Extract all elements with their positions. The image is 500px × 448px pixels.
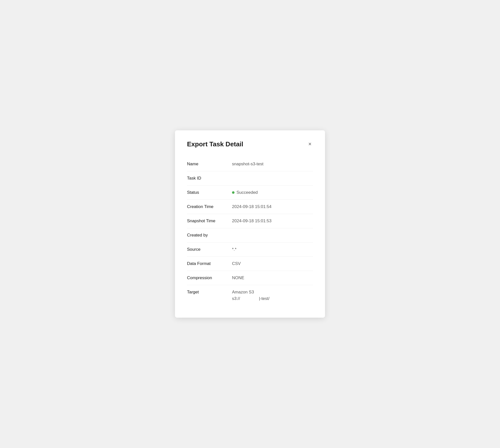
creation-time-value: 2024-09-18 15:01:54 [232, 204, 313, 209]
compression-row: Compression NONE [187, 271, 313, 285]
snapshot-time-value: 2024-09-18 15:01:53 [232, 219, 313, 224]
created-by-label: Created by [187, 233, 232, 238]
status-value-wrapper: Succeeded [232, 190, 313, 195]
name-label: Name [187, 162, 232, 167]
status-dot-icon [232, 191, 234, 194]
name-value: snapshot-s3-test [232, 162, 313, 167]
target-row: Target Amazon S3 s3:// |-test/ [187, 285, 313, 306]
source-label: Source [187, 247, 232, 252]
created-by-row: Created by [187, 228, 313, 242]
task-id-label: Task ID [187, 176, 232, 181]
source-row: Source *.* [187, 242, 313, 257]
task-id-row: Task ID [187, 171, 313, 186]
status-row: Status Succeeded [187, 186, 313, 200]
close-button[interactable]: × [307, 140, 313, 148]
data-format-value: CSV [232, 261, 313, 266]
status-value: Succeeded [236, 190, 258, 195]
modal-title: Export Task Detail [187, 140, 243, 148]
export-task-detail-modal: Export Task Detail × Name snapshot-s3-te… [175, 130, 325, 318]
compression-value: NONE [232, 275, 313, 280]
name-row: Name snapshot-s3-test [187, 157, 313, 171]
creation-time-row: Creation Time 2024-09-18 15:01:54 [187, 200, 313, 214]
source-value: *.* [232, 247, 313, 252]
snapshot-time-row: Snapshot Time 2024-09-18 15:01:53 [187, 214, 313, 228]
compression-label: Compression [187, 275, 232, 280]
target-value-1: Amazon S3 [232, 290, 313, 295]
modal-header: Export Task Detail × [187, 140, 313, 148]
target-label: Target [187, 290, 232, 295]
data-format-row: Data Format CSV [187, 257, 313, 271]
creation-time-label: Creation Time [187, 204, 232, 209]
data-format-label: Data Format [187, 261, 232, 266]
snapshot-time-label: Snapshot Time [187, 219, 232, 224]
target-value-2: s3:// |-test/ [232, 296, 313, 301]
target-values: Amazon S3 s3:// |-test/ [232, 290, 313, 301]
status-label: Status [187, 190, 232, 195]
